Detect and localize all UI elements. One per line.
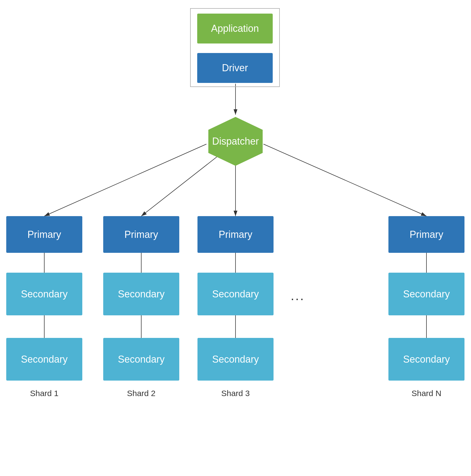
shard1-label: Shard 1: [6, 389, 82, 398]
shardn-primary-label: Primary: [410, 229, 443, 240]
dispatcher-label: Dispatcher: [212, 136, 259, 147]
shard3-primary-label: Primary: [219, 229, 252, 240]
shard3-secondary2: Secondary: [197, 338, 274, 381]
shard1-secondary2-label: Secondary: [21, 354, 68, 365]
ellipsis: ...: [291, 288, 305, 303]
shard2-primary: Primary: [103, 216, 179, 253]
shard2-secondary2: Secondary: [103, 338, 179, 381]
shard1-primary-label: Primary: [27, 229, 61, 240]
shard3-secondary1: Secondary: [197, 273, 274, 315]
shardn-secondary1: Secondary: [388, 273, 464, 315]
shard2-label: Shard 2: [103, 389, 179, 398]
shardn-secondary2-label: Secondary: [403, 354, 450, 365]
shard2-secondary2-label: Secondary: [118, 354, 165, 365]
shardn-secondary1-label: Secondary: [403, 288, 450, 300]
shardn-label: Shard N: [388, 389, 464, 398]
shard3-label: Shard 3: [197, 389, 274, 398]
dispatcher-wrap: Dispatcher: [206, 114, 265, 169]
shard2-secondary1-label: Secondary: [118, 288, 165, 300]
shard3-secondary1-label: Secondary: [212, 288, 259, 300]
shard3-primary: Primary: [197, 216, 274, 253]
application-label: Application: [211, 23, 259, 34]
shard3-secondary2-label: Secondary: [212, 354, 259, 365]
driver-box: Driver: [197, 53, 273, 83]
shardn-secondary2: Secondary: [388, 338, 464, 381]
shard1-secondary1: Secondary: [6, 273, 82, 315]
driver-label: Driver: [222, 62, 248, 74]
connector-dispatcher-shardn: [263, 144, 426, 216]
diagram: Application Driver Dispatcher Primary Se…: [0, 0, 471, 476]
shard2-primary-label: Primary: [124, 229, 158, 240]
shard1-primary: Primary: [6, 216, 82, 253]
connector-dispatcher-shard1: [44, 144, 206, 216]
shard1-secondary1-label: Secondary: [21, 288, 68, 300]
shardn-primary: Primary: [388, 216, 464, 253]
shard2-secondary1: Secondary: [103, 273, 179, 315]
shard1-secondary2: Secondary: [6, 338, 82, 381]
application-box: Application: [197, 14, 273, 43]
dispatcher-hexagon: Dispatcher: [206, 116, 265, 167]
